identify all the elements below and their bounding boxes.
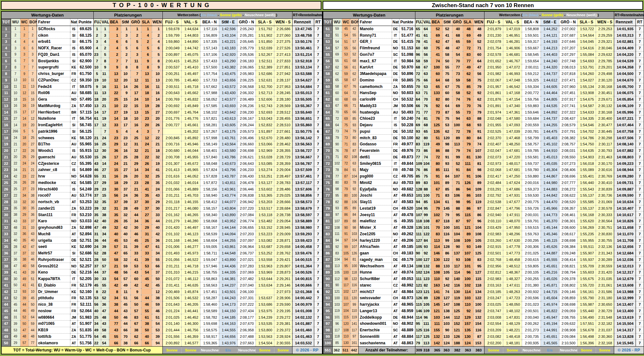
cell-val: 70 <box>423 96 431 103</box>
cell-val: 75 <box>423 173 431 179</box>
cell-punkte: 56.125 <box>78 128 93 135</box>
cell-bon: 7 <box>29 64 37 71</box>
cell-groe-n: 2:07,818 <box>559 70 577 77</box>
cell-wu: 69 <box>332 51 342 58</box>
cell-fahrer: psg000 <box>358 173 392 179</box>
cell-fahrer: MattMurdog <box>37 103 70 109</box>
standings-subtitle: Zwischen-Stand nach 7 von 10 Rennen <box>323 1 643 10</box>
cell-bea: 163 <box>431 282 443 288</box>
cell-punkte: 55.395 <box>78 160 93 167</box>
table-row: 18241825schweesKE56.120212423232512222:0… <box>1 135 322 141</box>
cell-tot: 19 <box>1 141 11 148</box>
cell-groe: 31 <box>130 141 141 148</box>
left-half: T O P - 1 0 0 - W E R T U N G Wertungs-D… <box>1 1 321 354</box>
cell-bon: 80 <box>350 135 358 141</box>
cell-tot: 5 <box>1 51 11 58</box>
cell-wc: 17 <box>20 109 29 116</box>
cell-bon: 32 <box>29 250 37 256</box>
cell-fahrer: seeti <box>37 244 70 250</box>
cell-tot: 30 <box>1 212 11 218</box>
cell-punkte: 50.896 <box>399 70 415 77</box>
cell-groe-n: 2:08,031 <box>559 147 577 154</box>
cell-fuj: 31 <box>93 231 101 237</box>
cell-wen: 116 <box>473 327 484 333</box>
cell-wu: 31 <box>11 314 20 321</box>
cell-fuj: 49 <box>93 327 101 333</box>
cell-sla: 31 <box>141 231 152 237</box>
cell-rt: 7 <box>636 199 644 205</box>
cell-bon: 126 <box>350 250 358 256</box>
cell-rennzeit: 14:01,887 <box>292 321 314 327</box>
cell-tot: 38 <box>1 263 11 269</box>
cell-wc: 75 <box>342 122 350 128</box>
cell-nat: FR <box>70 295 78 301</box>
cell-bon: 56 <box>350 45 358 51</box>
cell-stm: 44 <box>121 321 130 327</box>
cell-val-s: 1:45,253 <box>181 58 200 64</box>
cell-punkte: 51.153 <box>399 45 415 51</box>
cell-val-s: 1:45,718 <box>181 83 200 90</box>
cell-nat: KE <box>70 179 78 186</box>
cell-nat: IS <box>70 147 78 154</box>
cell-groe: 125 <box>452 308 463 314</box>
cell-wen: 91 <box>473 128 484 135</box>
cell-groe: 47 <box>452 45 463 51</box>
cell-rt: 7 <box>314 83 322 90</box>
cell-val-s: 1:45,662 <box>181 90 200 96</box>
cell-wu: 101 <box>332 314 342 321</box>
cell-groe: 3 <box>130 51 141 58</box>
cell-bea: 56 <box>109 192 121 199</box>
cell-punkte: 52.160 <box>78 288 93 295</box>
cell-fuj-s: 2:01,162 <box>162 212 181 218</box>
cell-wen-s: 2:30,445 <box>596 128 614 135</box>
cell-wc: 32 <box>20 199 29 205</box>
cell-wen-s: 2:28,729 <box>274 154 292 160</box>
cell-rennzeit: 13:57,117 <box>292 179 314 186</box>
cell-bea: 133 <box>431 90 443 96</box>
participant-count-wen: 383 <box>473 346 484 354</box>
cell-rennzeit: 14:12,999 <box>614 295 636 301</box>
cell-stm-e: 1:45,115 <box>541 237 559 244</box>
cell-groe: 32 <box>130 147 141 154</box>
cell-punkte: 50.984 <box>399 58 415 64</box>
cell-bea-n: 2:01,025 <box>522 250 541 256</box>
cell-stm: 64 <box>443 103 452 109</box>
cell-nat: CH <box>392 295 399 301</box>
cell-sla-s: 1:53,482 <box>256 218 274 225</box>
cell-wc: 41 <box>20 282 29 288</box>
cell-wu: 22 <box>11 192 20 199</box>
cell-wu: 17 <box>11 147 20 154</box>
cell-wc: 26 <box>20 179 29 186</box>
cell-bon: 161 <box>350 340 358 346</box>
cell-stm: 86 <box>443 250 452 256</box>
cell-groe-n: 2:08,384 <box>559 244 577 250</box>
cell-rt: 7 <box>636 32 644 39</box>
cell-wu: 83 <box>332 250 342 256</box>
cell-bon: 44 <box>29 327 37 333</box>
cell-fahrer: 3Maedelspapa <box>358 70 392 77</box>
cell-tot: 85 <box>323 244 332 250</box>
cell-wen-s: 2:30,298 <box>596 135 614 141</box>
cell-bon: 50 <box>29 301 37 308</box>
cell-wu: 93 <box>332 205 342 212</box>
cell-fahrer: Godasso <box>358 141 392 148</box>
cell-groe: 99 <box>452 154 463 160</box>
cell-bea-n: 1:59,646 <box>522 109 541 116</box>
cell-rennzeit: 13:58,856 <box>292 192 314 199</box>
cell-wen-s: 2:27,060 <box>274 32 292 39</box>
cell-groe-n: 2:08,600 <box>559 224 577 231</box>
cell-bea: 40 <box>109 231 121 237</box>
table-row: 8683105126gaanCH49.183909214686137107125… <box>323 250 644 256</box>
cell-sla-s: 1:53,722 <box>577 26 596 32</box>
cell-groe: 9 <box>130 288 141 295</box>
cell-bea: 83 <box>431 231 443 237</box>
cell-sla-s: 1:56,678 <box>577 327 596 333</box>
cell-punkte: 69.625 <box>78 26 93 32</box>
cell-bon: 120 <box>350 295 358 301</box>
cell-groe-n: 2:07,069 <box>237 269 256 276</box>
cell-bea: 4 <box>109 45 121 51</box>
cell-fuj: 32 <box>93 199 101 205</box>
cell-punkte: 51.775 <box>78 333 93 340</box>
table-row: 9911811097SonnenlilliAT48.88411712513213… <box>323 333 644 340</box>
cell-nat: IS <box>392 122 399 128</box>
